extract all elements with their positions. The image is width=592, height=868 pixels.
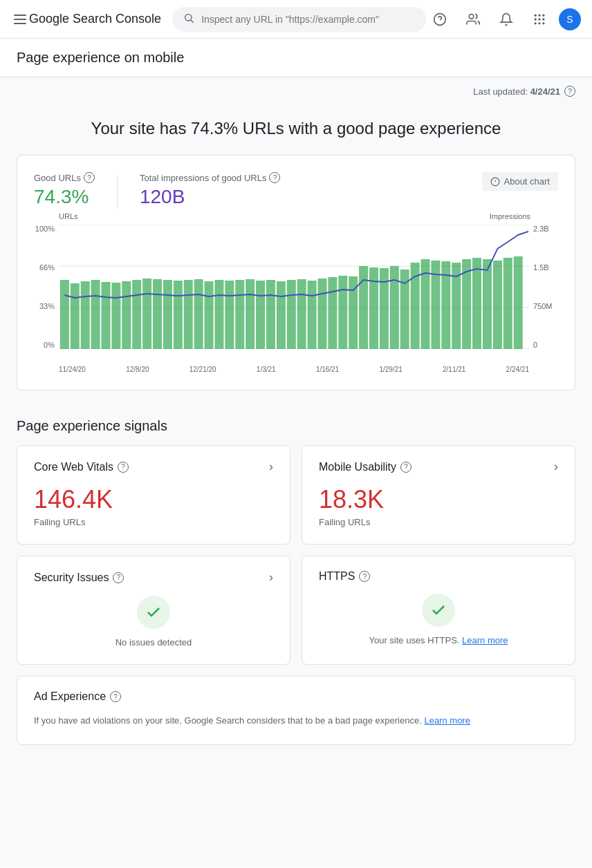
svg-point-13: [542, 22, 544, 24]
svg-rect-64: [503, 258, 512, 349]
security-issues-check-circle: [137, 596, 170, 629]
svg-rect-45: [308, 281, 317, 349]
svg-point-0: [185, 14, 192, 20]
svg-rect-50: [359, 266, 368, 349]
ad-experience-card: Ad Experience ? If you have ad violation…: [17, 676, 575, 745]
mobile-usability-metric: 18.3K: [319, 485, 558, 514]
good-urls-help-icon[interactable]: ?: [84, 172, 95, 183]
svg-rect-39: [246, 279, 255, 349]
svg-rect-25: [101, 282, 110, 349]
mobile-usability-header: Mobile Usability ? ›: [319, 460, 558, 474]
good-urls-value: 74.3%: [34, 186, 95, 208]
svg-rect-51: [369, 267, 378, 349]
svg-point-4: [469, 14, 474, 19]
svg-rect-32: [174, 281, 183, 349]
svg-rect-21: [60, 280, 69, 349]
svg-rect-43: [287, 280, 296, 349]
svg-rect-42: [277, 281, 286, 349]
last-updated-date: 4/24/21: [530, 86, 560, 97]
signals-section-title: Page experience signals: [17, 413, 575, 434]
core-web-vitals-arrow-icon[interactable]: ›: [269, 460, 273, 474]
chart-container: 100% 66% 33% 0%: [34, 225, 558, 363]
security-issues-header: Security Issues ? ›: [34, 570, 273, 585]
core-web-vitals-card: Core Web Vitals ? › 146.4K Failing URLs: [17, 445, 290, 545]
security-issues-title: Security Issues ?: [34, 572, 124, 584]
svg-point-7: [542, 14, 544, 16]
svg-point-6: [538, 14, 540, 16]
y-axis-right: 2.3B 1.5B 750M 0: [529, 225, 558, 363]
svg-point-9: [538, 18, 540, 20]
about-chart-button[interactable]: About chart: [482, 172, 559, 191]
logo: Google Search Console: [29, 12, 161, 26]
svg-rect-62: [483, 259, 492, 349]
logo-text: Google Search Console: [29, 12, 161, 26]
user-mgmt-button[interactable]: [459, 6, 487, 33]
mobile-usability-card: Mobile Usability ? › 18.3K Failing URLs: [302, 445, 575, 545]
svg-rect-65: [514, 256, 523, 349]
last-updated-label: Last updated:: [473, 86, 528, 97]
page-title: Page experience on mobile: [0, 39, 592, 77]
signals-grid: Core Web Vitals ? › 146.4K Failing URLs …: [17, 445, 575, 665]
main-content: Last updated: 4/24/21 ? Your site has 74…: [0, 77, 592, 867]
svg-rect-37: [225, 281, 234, 349]
svg-rect-30: [153, 279, 162, 349]
svg-point-11: [535, 22, 537, 24]
svg-rect-36: [214, 280, 223, 349]
svg-point-12: [538, 22, 540, 24]
avatar[interactable]: S: [559, 8, 581, 30]
core-web-vitals-help-icon[interactable]: ?: [118, 462, 129, 473]
security-issues-arrow-icon[interactable]: ›: [269, 570, 273, 585]
search-input[interactable]: [201, 14, 415, 25]
chart-card: Good URLs ? 74.3% Total impressions of g…: [17, 155, 575, 390]
ad-experience-section: Ad Experience ? If you have ad violation…: [17, 676, 575, 745]
mobile-usability-title: Mobile Usability ?: [319, 461, 411, 473]
svg-rect-22: [71, 283, 80, 349]
metric-divider: [117, 175, 118, 208]
y-right-title: Impressions: [490, 212, 530, 220]
help-button[interactable]: [426, 6, 454, 33]
page-title-text: Page experience on mobile: [17, 50, 184, 65]
svg-rect-27: [122, 281, 131, 349]
header-actions: S: [426, 6, 581, 33]
svg-point-5: [535, 14, 537, 16]
ad-experience-header: Ad Experience ?: [34, 690, 558, 703]
impressions-label: Total impressions of good URLs ?: [140, 172, 281, 183]
search-icon: [183, 12, 194, 26]
svg-point-10: [542, 18, 544, 20]
security-issues-help-icon[interactable]: ?: [113, 572, 124, 583]
good-urls-label: Good URLs ?: [34, 172, 95, 183]
https-check-circle: [422, 594, 455, 627]
svg-rect-35: [205, 281, 214, 349]
svg-rect-38: [235, 280, 244, 349]
svg-rect-28: [132, 280, 141, 349]
last-updated-help-icon[interactable]: ?: [564, 86, 575, 97]
svg-rect-53: [390, 266, 399, 349]
mobile-usability-help-icon[interactable]: ?: [400, 462, 411, 473]
https-help-icon[interactable]: ?: [359, 571, 370, 582]
https-status: Your site uses HTTPS. Learn more: [319, 635, 558, 645]
y-left-title: URLs: [59, 212, 78, 220]
svg-rect-46: [317, 279, 326, 349]
https-card: HTTPS ? Your site uses HTTPS. Learn more: [302, 556, 575, 665]
impressions-help-icon[interactable]: ?: [269, 172, 280, 183]
impressions-metric: Total impressions of good URLs ? 120B: [140, 172, 281, 208]
mobile-usability-arrow-icon[interactable]: ›: [554, 460, 558, 474]
chart-area: URLs Impressions 100% 66% 33% 0%: [34, 225, 558, 373]
svg-rect-26: [111, 283, 120, 349]
svg-rect-52: [380, 268, 389, 349]
svg-rect-33: [184, 280, 193, 349]
https-learn-more-link[interactable]: Learn more: [462, 635, 508, 645]
chart-metrics: Good URLs ? 74.3% Total impressions of g…: [34, 172, 558, 208]
apps-button[interactable]: [526, 6, 553, 33]
https-header: HTTPS ?: [319, 570, 558, 583]
svg-line-1: [191, 20, 194, 23]
notifications-button[interactable]: [492, 6, 520, 33]
ad-experience-learn-more-link[interactable]: Learn more: [424, 715, 470, 726]
svg-rect-34: [194, 279, 203, 349]
menu-icon[interactable]: [11, 12, 29, 27]
y-axis-left: 100% 66% 33% 0%: [34, 225, 59, 363]
ad-experience-description: If you have ad violations on your site, …: [34, 714, 558, 728]
search-bar[interactable]: [172, 7, 426, 32]
ad-experience-help-icon[interactable]: ?: [110, 691, 121, 702]
svg-rect-41: [266, 280, 275, 349]
